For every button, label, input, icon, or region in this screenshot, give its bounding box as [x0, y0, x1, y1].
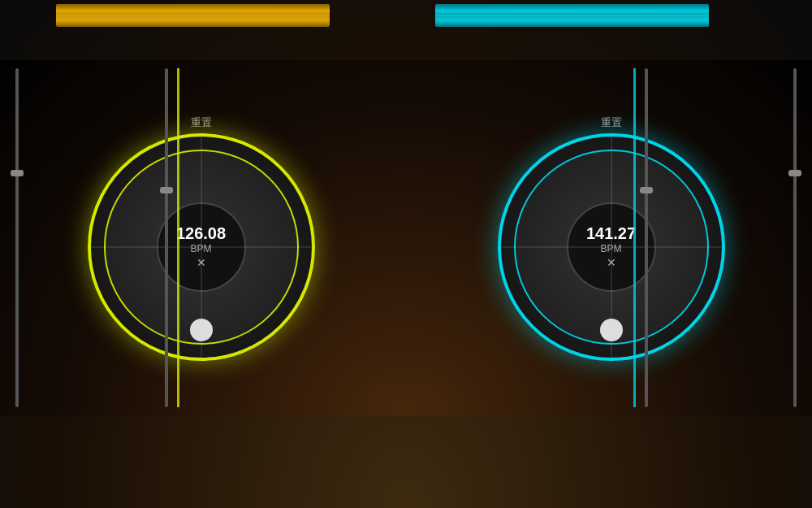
decks-area: 重置 126.08 BPM ✕: [0, 60, 812, 415]
left-turntable-dot: [190, 319, 213, 341]
right-deck: 重置 141.27 BPM ✕: [410, 60, 812, 415]
right-volume-slider[interactable]: [789, 68, 801, 407]
left-turntable[interactable]: 126.08 BPM ✕: [88, 133, 315, 361]
right-turntable-dot: [600, 319, 623, 341]
right-turntable-outer: 141.27 BPM ✕: [498, 133, 725, 361]
right-reset-label: 重置: [601, 115, 622, 130]
right-pitch-slider[interactable]: [641, 68, 652, 407]
right-waveform: [435, 4, 709, 27]
left-reset-label: 重置: [191, 115, 212, 130]
left-waveform: [56, 4, 330, 27]
left-pitch-slider[interactable]: [161, 68, 172, 407]
left-deck: 重置 126.08 BPM ✕: [0, 60, 402, 415]
left-pitch-line: [177, 68, 179, 407]
main-container: ♪ Sugar -03:34/03:50 〜 01:18 ♪ Skull Fir…: [0, 0, 812, 508]
left-turntable-outer: 126.08 BPM ✕: [88, 133, 315, 361]
right-turntable[interactable]: 141.27 BPM ✕: [498, 133, 725, 361]
left-volume-slider[interactable]: [11, 68, 23, 407]
right-pitch-line: [633, 68, 636, 407]
center-divider: [402, 60, 410, 415]
